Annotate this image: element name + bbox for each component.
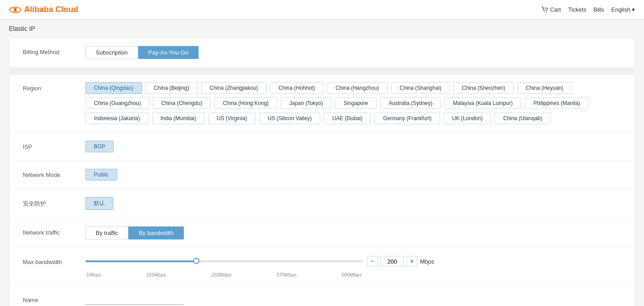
- region-btn-jakarta[interactable]: Indonesia (Jakarta): [85, 113, 148, 124]
- name-label: Name: [23, 294, 85, 303]
- region-btn-virginia[interactable]: US (Virginia): [208, 113, 256, 124]
- region-btn-mumbai[interactable]: India (Mumbai): [152, 113, 205, 124]
- region-btn-dubai[interactable]: UAE (Dubai): [324, 113, 371, 124]
- isp-bgp-btn[interactable]: BGP: [85, 141, 114, 152]
- region-btn-singapore[interactable]: Singapore: [335, 97, 377, 109]
- security-label: 安全防护: [23, 197, 85, 208]
- region-btn-tokyo[interactable]: Japan (Tokyo): [281, 97, 331, 109]
- region-btn-heyuan[interactable]: China (Heyuan): [517, 82, 572, 94]
- mark-375mbps: 375Mbps: [276, 272, 297, 277]
- network-traffic-row: Network traffic By traffic By bandwidth: [9, 218, 635, 248]
- slider-fill: [85, 260, 196, 262]
- region-btn-hangzhou[interactable]: China (Hangzhou): [327, 82, 387, 94]
- svg-rect-3: [17, 8, 18, 10]
- section-divider-1: [9, 68, 635, 74]
- region-btn-chengdu[interactable]: China (Chengdu): [153, 97, 211, 109]
- header: Alibaba Cloud Cart Tickets Bills English…: [0, 0, 644, 20]
- slider-thumb[interactable]: [193, 258, 199, 264]
- mark-125mbps: 125Mbps: [146, 272, 166, 277]
- region-btn-hongkong[interactable]: China (Hong Kong): [214, 97, 277, 109]
- billing-method-row: Billing Method Subscription Pay-As-You-G…: [9, 38, 635, 67]
- region-controls: China (Qingdao) China (Beijing) China (Z…: [85, 82, 621, 124]
- mark-1mbps: 1Mbps: [86, 272, 101, 277]
- logo-text: Alibaba Cloud: [24, 5, 78, 14]
- region-btn-guangzhou[interactable]: China (Guangzhou): [85, 97, 149, 109]
- cart-label[interactable]: Cart: [550, 6, 561, 13]
- billing-method-controls: Subscription Pay-As-You-Go: [85, 46, 621, 59]
- svg-point-5: [546, 12, 547, 13]
- region-btn-frankfurt[interactable]: Germany (Frankfurt): [374, 113, 440, 124]
- bills-link[interactable]: Bills: [593, 6, 604, 13]
- svg-point-4: [544, 12, 545, 13]
- slider-wrap[interactable]: [85, 260, 363, 262]
- isp-controls: BGP: [85, 141, 621, 152]
- chevron-down-icon: ▾: [632, 6, 635, 13]
- security-controls: 默认: [85, 197, 621, 210]
- alibaba-cloud-logo-icon: [9, 6, 21, 14]
- region-btn-london[interactable]: UK (London): [444, 113, 491, 124]
- bandwidth-decrease-btn[interactable]: −: [367, 256, 378, 267]
- logo: Alibaba Cloud: [9, 5, 78, 14]
- region-btn-qingdao[interactable]: China (Qingdao): [85, 82, 142, 94]
- security-row: 安全防护 默认: [9, 189, 635, 218]
- main-content: Billing Method Subscription Pay-As-You-G…: [9, 38, 635, 306]
- slider-row: − + Mbps: [85, 256, 621, 267]
- region-btn-beijing[interactable]: China (Beijing): [145, 82, 198, 94]
- billing-subscription-btn[interactable]: Subscription: [85, 46, 138, 59]
- region-label: Region: [23, 82, 85, 92]
- billing-payasyougo-btn[interactable]: Pay-As-You-Go: [138, 46, 199, 59]
- region-btn-manila[interactable]: Philippines (Manila): [525, 97, 589, 109]
- network-mode-row: Network Mode Public: [9, 161, 635, 189]
- billing-method-label: Billing Method: [23, 46, 85, 55]
- region-btn-sydney[interactable]: Australia (Sydney): [380, 97, 441, 109]
- tickets-link[interactable]: Tickets: [568, 6, 586, 13]
- slider-container: − + Mbps 1Mbps 125Mbps 250Mbps 375Mbps 5…: [85, 256, 621, 277]
- language-selector[interactable]: English ▾: [611, 6, 635, 13]
- network-traffic-controls: By traffic By bandwidth: [85, 226, 621, 239]
- cart-nav-item[interactable]: Cart: [541, 6, 561, 13]
- bandwidth-input-row: − + Mbps: [367, 256, 434, 267]
- mark-500mbps: 500Mbps: [342, 272, 362, 277]
- billing-method-section: Billing Method Subscription Pay-As-You-G…: [9, 38, 635, 67]
- network-traffic-label: Network traffic: [23, 226, 85, 236]
- security-default-btn[interactable]: 默认: [85, 197, 113, 210]
- network-mode-controls: Public: [85, 169, 621, 180]
- region-btn-kualalumpur[interactable]: Malaysia (Kuala Lumpur): [445, 97, 521, 109]
- region-btn-zhangjiakou[interactable]: China (Zhangjiakou): [201, 82, 267, 94]
- mark-250mbps: 250Mbps: [211, 272, 231, 277]
- slider-marks: 1Mbps 125Mbps 250Mbps 375Mbps 500Mbps: [85, 272, 363, 277]
- config-section: Region China (Qingdao) China (Beijing) C…: [9, 74, 635, 306]
- region-btn-hohhot[interactable]: China (Hohhot): [270, 82, 323, 94]
- page-title: Elastic IP: [0, 20, 644, 38]
- max-bandwidth-row: Max bandwidth − +: [9, 248, 635, 286]
- network-mode-label: Network Mode: [23, 169, 85, 178]
- max-bandwidth-label: Max bandwidth: [23, 256, 85, 265]
- name-input[interactable]: [85, 294, 184, 305]
- traffic-by-traffic-btn[interactable]: By traffic: [85, 226, 128, 239]
- isp-row: ISP BGP: [9, 133, 635, 161]
- name-row: Name: [9, 286, 635, 306]
- name-controls: [85, 294, 621, 305]
- max-bandwidth-controls: − + Mbps 1Mbps 125Mbps 250Mbps 375Mbps 5…: [85, 256, 621, 277]
- network-public-btn[interactable]: Public: [85, 169, 117, 180]
- region-btn-shenzhen[interactable]: China (Shenzhen): [453, 82, 514, 94]
- region-btn-ulanqab[interactable]: China (Ulanqab): [495, 113, 551, 124]
- region-row: Region China (Qingdao) China (Beijing) C…: [9, 74, 635, 133]
- traffic-by-bandwidth-btn[interactable]: By bandwidth: [128, 226, 184, 239]
- svg-rect-2: [13, 8, 14, 10]
- slider-track: [85, 260, 363, 262]
- isp-label: ISP: [23, 141, 85, 150]
- cart-icon: [541, 6, 548, 13]
- region-btn-shanghai[interactable]: China (Shanghai): [391, 82, 450, 94]
- bandwidth-value-input[interactable]: [381, 256, 404, 267]
- bandwidth-increase-btn[interactable]: +: [407, 256, 417, 267]
- region-btn-siliconvalley[interactable]: US (Silicon Valley): [259, 113, 320, 124]
- header-nav: Cart Tickets Bills English ▾: [541, 6, 635, 13]
- bandwidth-unit: Mbps: [420, 258, 434, 265]
